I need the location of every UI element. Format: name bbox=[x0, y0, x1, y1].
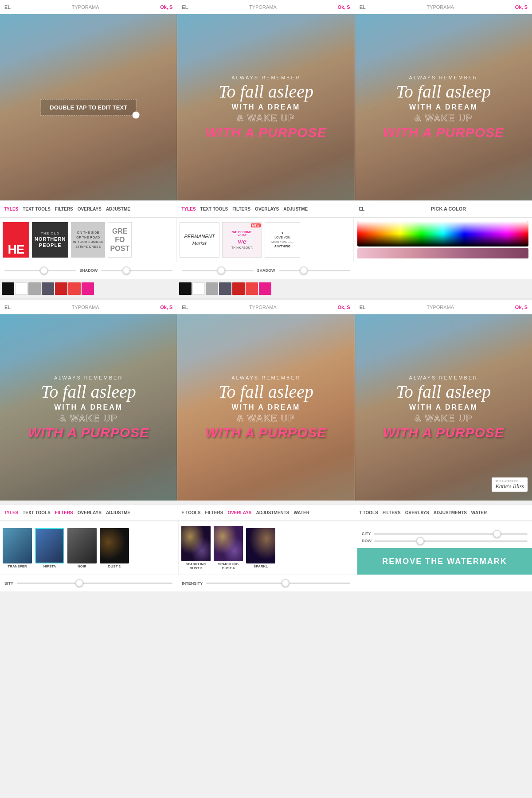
city-slider[interactable] bbox=[374, 533, 528, 535]
city-thumb[interactable] bbox=[493, 530, 501, 538]
swatch-pink-2[interactable] bbox=[259, 282, 271, 295]
toolbar-tyles-2[interactable]: TYLES bbox=[179, 207, 198, 211]
toolbar-t-tools-5[interactable]: T TOOLS bbox=[357, 510, 380, 515]
font-sample-we-become[interactable]: WE BECOME WHAT we THINK ABOUT. NEW bbox=[222, 222, 262, 258]
opacity-thumb-1[interactable] bbox=[40, 266, 48, 274]
font-sample-northern[interactable]: THE OLD NORTHERN PEOPLE bbox=[32, 222, 68, 258]
toolbar-filters-3-active[interactable]: FILTERS bbox=[53, 510, 75, 515]
swatch-red-2[interactable] bbox=[246, 282, 258, 295]
toolbar-water-4[interactable]: WATER bbox=[292, 510, 312, 515]
toolbar-adjustments-3[interactable]: ADJUSTME bbox=[104, 510, 133, 515]
filter-noir-label: NOIR bbox=[78, 564, 86, 568]
filter-hipsta[interactable]: HIPSTA bbox=[34, 528, 65, 568]
photo-1: DOUBLE TAP TO EDIT TEXT ↗ bbox=[0, 14, 177, 200]
toolbar-overlays-1[interactable]: OVERLAYS bbox=[75, 207, 104, 211]
swatch-dark-red-2[interactable] bbox=[232, 282, 245, 295]
filter-sparkle3[interactable]: SPARKLING DUST 3 bbox=[180, 526, 211, 570]
color-gradient-strip[interactable] bbox=[357, 248, 528, 258]
watermark-label: THE LATEST ON... Katie's Bliss bbox=[492, 477, 528, 492]
swatch-pink[interactable] bbox=[82, 282, 94, 295]
filter-noir[interactable]: NOIR bbox=[66, 528, 98, 568]
toolbar-filters-5[interactable]: FILTERS bbox=[380, 510, 403, 515]
toolbar-filters-4[interactable]: FILTERS bbox=[203, 510, 225, 515]
font-selector-row: HE THE OLD NORTHERN PEOPLE ON THE SIDEOF… bbox=[0, 218, 532, 262]
toolbar-adjustments-4[interactable]: ADJUSTMENTS bbox=[254, 510, 292, 515]
toolbar-el-right[interactable]: EL bbox=[357, 207, 367, 211]
swatch-gray-2[interactable] bbox=[206, 282, 218, 295]
swatch-gray[interactable] bbox=[28, 282, 41, 295]
toolbar-row-2: TYLES TEXT TOOLS FILTERS OVERLAYS ADJUST… bbox=[0, 504, 532, 521]
filter-transfer-label: TRANSFER bbox=[8, 564, 27, 568]
swatch-white-2[interactable] bbox=[192, 282, 205, 295]
edit-text-overlay[interactable]: DOUBLE TAP TO EDIT TEXT ↗ bbox=[40, 99, 137, 116]
swatch-black[interactable] bbox=[2, 282, 14, 295]
intensity-thumb-mid[interactable] bbox=[282, 579, 289, 587]
photo-2: ALWAYS REMEMBER To fall asleep WITH A DR… bbox=[177, 14, 354, 200]
font-sample-red[interactable]: HE bbox=[3, 222, 29, 258]
filter-transfer[interactable]: TRANSFER bbox=[2, 528, 33, 568]
intensity-slider-left[interactable] bbox=[17, 583, 172, 584]
toolbar-overlays-2[interactable]: OVERLAYS bbox=[253, 207, 281, 211]
filter-sparkl[interactable]: SPARKL bbox=[245, 528, 276, 568]
font-sample-permanent[interactable]: PERMANENTMarker bbox=[180, 222, 219, 258]
dow-slider[interactable] bbox=[374, 540, 528, 542]
swatch-dark-blue-2[interactable] bbox=[219, 282, 231, 295]
swatch-white[interactable] bbox=[15, 282, 27, 295]
toolbar-overlays-3[interactable]: OVERLAYS bbox=[75, 510, 104, 515]
toolbar-filters-1[interactable]: FILTERS bbox=[53, 207, 75, 211]
shadow-thumb-2[interactable] bbox=[300, 266, 308, 274]
toolbar-filters-2[interactable]: FILTERS bbox=[230, 207, 253, 211]
resize-handle[interactable]: ↗ bbox=[133, 112, 140, 119]
header-typorama-5: TYPORAMA bbox=[249, 305, 277, 310]
quote-script-5: To fall asleep bbox=[219, 382, 313, 402]
intensity-thumb-left[interactable] bbox=[75, 579, 83, 587]
color-spectrum[interactable] bbox=[357, 221, 528, 246]
toolbar-overlays-4-active[interactable]: OVERLAYS bbox=[225, 510, 254, 515]
filter-sparkle4-label: SPARKLING DUST 4 bbox=[213, 562, 244, 570]
swatch-dark-blue[interactable] bbox=[42, 282, 54, 295]
watermark-title: THE LATEST ON... bbox=[495, 479, 524, 483]
font-sample-side[interactable]: ON THE SIDEOF THE ROADIN YOUR SUMMERSTRI… bbox=[71, 222, 105, 258]
edit-text-label: DOUBLE TAP TO EDIT TEXT bbox=[50, 104, 127, 111]
toolbar-tyles-3[interactable]: TYLES bbox=[2, 510, 20, 515]
header-el-6: EL bbox=[360, 305, 366, 310]
filter-sparkle4[interactable]: SPARKLING DUST 4 bbox=[213, 526, 244, 570]
quote-always-2: ALWAYS REMEMBER bbox=[231, 75, 300, 80]
swatch-dark-red[interactable] bbox=[55, 282, 67, 295]
toolbar-texttools-3[interactable]: TEXT TOOLS bbox=[20, 510, 53, 515]
filter-panel-right: CITY DOW REMOVE THE WATERMARK bbox=[357, 521, 532, 575]
toolbar-adjustments-2[interactable]: ADJUSTME bbox=[281, 207, 310, 211]
remove-watermark-button[interactable]: REMOVE THE WATERMARK bbox=[357, 548, 532, 575]
watermark-blog: Katie's Bliss bbox=[495, 483, 524, 490]
font-sample-love[interactable]: ♥ LOVE YOU MORE THAN —— ANYTHING bbox=[265, 222, 300, 258]
swatch-red[interactable] bbox=[68, 282, 81, 295]
opacity-slider-2[interactable] bbox=[182, 270, 253, 271]
toolbar-overlays-5[interactable]: OVERLAYS bbox=[403, 510, 431, 515]
shadow-slider-1[interactable] bbox=[101, 270, 172, 271]
toolbar-adjustments-5[interactable]: ADJUSTMENTS bbox=[431, 510, 469, 515]
filter-dust2[interactable]: DUST 2 bbox=[99, 528, 130, 568]
toolbar-adjustments-1[interactable]: ADJUSTME bbox=[104, 207, 133, 211]
header-ok-4: Ok, S bbox=[160, 305, 172, 310]
dow-label: DOW bbox=[362, 539, 372, 543]
quote-wake-2: & WAKE UP bbox=[237, 113, 295, 123]
quote-wake-3: & WAKE UP bbox=[415, 113, 473, 123]
pick-color-label: PICK A COLOR bbox=[367, 206, 530, 211]
toolbar-tyles-1[interactable]: TYLES bbox=[2, 207, 20, 211]
toolbar-row-1: TYLES TEXT TOOLS FILTERS OVERLAYS ADJUST… bbox=[0, 200, 532, 218]
photo-3: ALWAYS REMEMBER To fall asleep WITH A DR… bbox=[355, 14, 532, 200]
toolbar-texttools-2[interactable]: TEXT TOOLS bbox=[198, 207, 231, 211]
shadow-slider-2[interactable] bbox=[279, 270, 350, 271]
dow-thumb[interactable] bbox=[416, 537, 424, 545]
color-picker-panel bbox=[354, 218, 532, 262]
swatches-right bbox=[355, 279, 532, 298]
opacity-slider-1[interactable] bbox=[4, 270, 76, 271]
toolbar-water-5[interactable]: WATER bbox=[469, 510, 489, 515]
intensity-slider-mid[interactable] bbox=[206, 583, 350, 584]
toolbar-texttools-1[interactable]: TEXT TOOLS bbox=[20, 207, 53, 211]
toolbar-f-tools[interactable]: F TOOLS bbox=[179, 510, 203, 515]
opacity-thumb-2[interactable] bbox=[217, 266, 225, 274]
font-sample-great[interactable]: GREFOPOST bbox=[108, 222, 132, 258]
shadow-thumb-1[interactable] bbox=[122, 266, 130, 274]
swatch-black-2[interactable] bbox=[179, 282, 192, 295]
